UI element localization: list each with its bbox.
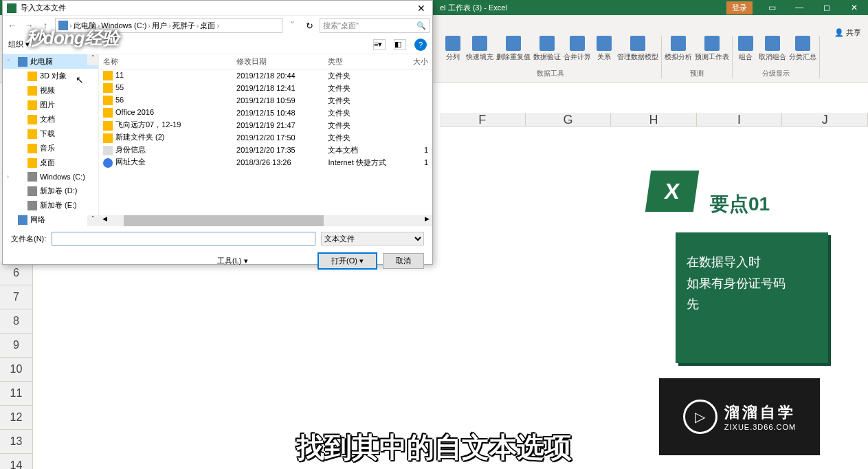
minimize-icon[interactable]: — xyxy=(786,3,813,12)
nav-back-icon[interactable]: ← xyxy=(5,20,19,31)
tree-item-音乐[interactable]: 音乐 xyxy=(3,141,98,155)
folder-icon xyxy=(27,86,37,96)
tree-item-新加卷 (D:)[interactable]: 新加卷 (D:) xyxy=(3,184,98,198)
row-header[interactable]: 8 xyxy=(0,309,33,334)
video-caption: 找到其中的自文本选项 xyxy=(297,428,572,466)
col-header[interactable]: F xyxy=(440,113,526,127)
row-header[interactable]: 9 xyxy=(0,334,33,358)
excel-title: el 工作表 (3) - Excel xyxy=(440,3,726,13)
tree-scroll-down-icon[interactable]: ˅ xyxy=(87,215,98,226)
tree-item-此电脑[interactable]: ˅此电脑 xyxy=(3,54,98,69)
col-type[interactable]: 类型 xyxy=(324,56,399,67)
tree-item-网络[interactable]: 网络 xyxy=(3,212,98,226)
doc-icon xyxy=(103,146,113,155)
excel-logo-icon: X xyxy=(645,171,699,212)
view-list-icon[interactable]: ≡▾ xyxy=(373,39,386,50)
ribbon-options-icon[interactable]: ▭ xyxy=(758,3,786,12)
disk-icon xyxy=(27,186,37,196)
file-filter-select[interactable]: 文本文件 xyxy=(321,232,424,246)
ribbon-快速填充[interactable]: 快速填充 xyxy=(466,36,493,67)
col-name[interactable]: 名称 xyxy=(99,56,232,67)
tree-item-Windows (C:)[interactable]: ›Windows (C:) xyxy=(3,170,98,184)
breadcrumb-dropdown-icon[interactable]: ˅ xyxy=(285,20,299,31)
play-icon: ▷ xyxy=(683,400,717,434)
file-row[interactable]: 身份信息2019/12/20 17:35文本文档1 xyxy=(99,144,432,156)
file-row[interactable]: 网址大全2018/3/26 13:26Internet 快捷方式1 xyxy=(99,156,432,168)
tree-scroll-up-icon[interactable]: ˄ xyxy=(87,54,98,65)
folder-icon xyxy=(27,144,37,153)
tree-item-新加卷 (E:)[interactable]: 新加卷 (E:) xyxy=(3,198,98,212)
ribbon-关系[interactable]: 关系 xyxy=(594,36,614,67)
folder-icon xyxy=(103,133,113,143)
row-header[interactable]: 14 xyxy=(0,454,33,469)
dialog-close-icon[interactable]: ✕ xyxy=(414,3,428,14)
search-icon: 🔍 xyxy=(416,21,426,30)
ribbon-合并计算[interactable]: 合并计算 xyxy=(564,36,591,67)
ribbon-数据验证[interactable]: 数据验证 xyxy=(533,36,561,67)
row-header[interactable]: 13 xyxy=(0,430,33,454)
ribbon-模拟分析[interactable]: 模拟分析 xyxy=(665,36,692,67)
file-row[interactable]: 562019/12/18 10:59文件夹 xyxy=(99,94,432,107)
tree-item-文档[interactable]: 文档 xyxy=(3,112,98,127)
file-row[interactable]: 新建文件夹 (2)2019/12/20 17:50文件夹 xyxy=(99,131,432,144)
tree-item-3D 对象[interactable]: 3D 对象 xyxy=(3,69,98,83)
tree-item-视频[interactable]: 视频 xyxy=(3,83,98,98)
excel-file-icon xyxy=(7,3,16,13)
col-header[interactable]: G xyxy=(526,113,612,127)
file-list: 名称 修改日期 类型 大小 112019/12/18 20:44文件夹55201… xyxy=(99,54,432,226)
login-button[interactable]: 登录 xyxy=(726,1,753,14)
tree-item-下载[interactable]: 下载 xyxy=(3,127,98,141)
cancel-button[interactable]: 取消 xyxy=(383,253,424,269)
col-header[interactable]: H xyxy=(611,113,697,127)
disk-icon xyxy=(27,201,37,210)
search-input[interactable]: 搜索"桌面" 🔍 xyxy=(320,18,430,33)
col-header[interactable]: I xyxy=(697,113,783,127)
col-header[interactable]: J xyxy=(782,113,868,127)
folder-icon xyxy=(103,96,113,105)
row-header[interactable]: 10 xyxy=(0,358,33,382)
folder-icon xyxy=(103,83,113,93)
ribbon-分列[interactable]: 分列 xyxy=(443,36,463,67)
tools-button[interactable]: 工具(L) ▾ xyxy=(217,256,248,266)
file-row[interactable]: 552019/12/18 12:41文件夹 xyxy=(99,82,432,94)
ribbon-组合[interactable]: 组合 xyxy=(735,36,756,67)
col-size[interactable]: 大小 xyxy=(399,56,432,67)
folder-icon xyxy=(103,71,113,80)
folder-icon xyxy=(27,115,37,124)
refresh-icon[interactable]: ↻ xyxy=(302,21,317,31)
breadcrumb-item[interactable]: 桌面 xyxy=(200,21,215,31)
col-date[interactable]: 修改日期 xyxy=(232,56,324,67)
ribbon-管理数据模型[interactable]: 管理数据模型 xyxy=(617,36,658,67)
file-row[interactable]: 飞向远方07，12-192019/12/19 21:47文件夹 xyxy=(99,119,432,131)
watermark-logo: 秒dong经验 xyxy=(26,26,119,50)
filename-label: 文件名(N): xyxy=(11,234,46,244)
ribbon-预测工作表[interactable]: 预测工作表 xyxy=(695,36,729,67)
zixue-logo: ▷ 溜溜自学 ZIXUE.3D66.COM xyxy=(659,378,820,455)
tip-card: X 要点01 在数据导入时如果有身份证号码先 xyxy=(669,177,828,370)
view-preview-icon[interactable]: ◧ xyxy=(394,39,406,50)
ribbon-删除重复值[interactable]: 删除重复值 xyxy=(496,36,531,67)
tree-item-图片[interactable]: 图片 xyxy=(3,98,98,112)
breadcrumb-item[interactable]: 用户 xyxy=(152,21,167,31)
horizontal-scrollbar[interactable]: ◀▶ xyxy=(99,215,432,226)
row-header[interactable]: 11 xyxy=(0,382,33,406)
close-icon[interactable]: ✕ xyxy=(841,3,868,12)
tip-title: 要点01 xyxy=(710,191,770,217)
open-button[interactable]: 打开(O) ▾ xyxy=(318,252,377,270)
file-row[interactable]: 112019/12/18 20:44文件夹 xyxy=(99,69,432,82)
row-header[interactable]: 7 xyxy=(0,285,33,309)
folder-icon xyxy=(27,100,37,110)
help-icon[interactable]: ? xyxy=(414,39,427,51)
row-header[interactable]: 12 xyxy=(0,406,33,430)
pc-icon xyxy=(18,57,27,67)
filename-input[interactable] xyxy=(52,232,315,246)
breadcrumb-item[interactable]: 死胖子 xyxy=(173,21,195,31)
file-row[interactable]: Office 20162019/12/15 10:48文件夹 xyxy=(99,107,432,119)
ribbon-取消组合[interactable]: 取消组合 xyxy=(759,36,786,67)
tree-item-桌面[interactable]: 桌面 xyxy=(3,155,98,170)
maximize-icon[interactable]: ◻ xyxy=(813,3,841,12)
ribbon-分类汇总[interactable]: 分类汇总 xyxy=(789,36,816,67)
pc-icon xyxy=(18,215,27,225)
folder-icon xyxy=(27,129,37,139)
ie-icon xyxy=(103,158,113,168)
